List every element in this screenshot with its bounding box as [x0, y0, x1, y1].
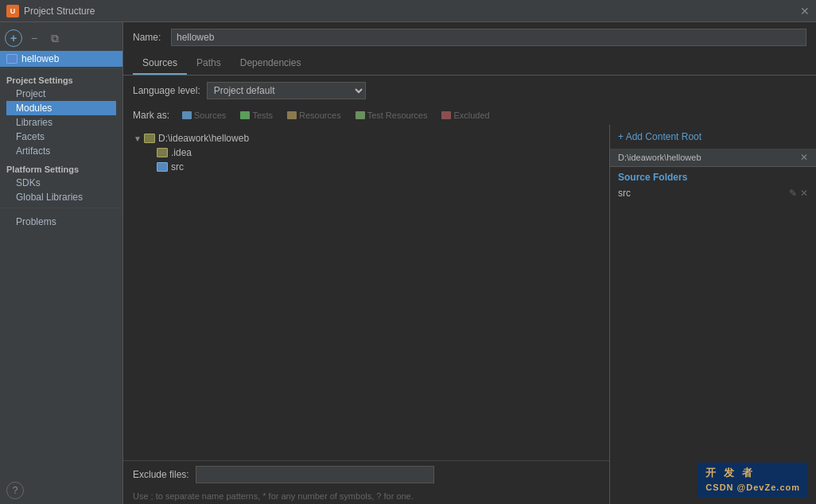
module-item-helloweb[interactable]: helloweb	[0, 51, 122, 67]
resources-folder-icon	[287, 111, 297, 119]
sidebar-item-facets[interactable]: Facets	[6, 130, 116, 144]
content-root-item: D:\ideawork\helloweb ✕	[610, 149, 816, 167]
name-input[interactable]	[171, 29, 806, 46]
title-bar-left: U Project Structure	[6, 5, 95, 17]
sidebar-item-modules[interactable]: Modules	[6, 101, 116, 115]
other-section: Problems	[0, 210, 122, 231]
folder-icon-idea	[157, 148, 168, 157]
folder-icon-root	[144, 134, 155, 143]
mark-test-resources-button[interactable]: Test Resources	[351, 109, 433, 122]
name-row: Name:	[123, 22, 816, 52]
module-icon	[6, 54, 17, 64]
sidebar-toolbar: + − ⧉	[0, 25, 122, 51]
folder-icon-src	[157, 162, 168, 172]
tree-label-src: src	[171, 161, 184, 173]
title-bar: U Project Structure ✕	[0, 0, 816, 22]
content-body: ▼ D:\ideawork\helloweb .idea src	[123, 125, 816, 504]
language-level-select[interactable]: Project default	[207, 82, 366, 99]
source-folder-item-src: src ✎ ✕	[618, 186, 808, 200]
tree-label-root: D:\ideawork\helloweb	[158, 133, 249, 144]
exclude-hint: Use ; to separate name patterns, * for a…	[123, 488, 609, 504]
platform-settings-header: Platform Settings	[6, 165, 116, 174]
tree-item-idea[interactable]: .idea	[123, 145, 609, 160]
chevron-down-icon: ▼	[133, 134, 142, 143]
sidebar-item-global-libraries[interactable]: Global Libraries	[6, 190, 116, 204]
tests-folder-icon	[240, 111, 250, 119]
tab-paths[interactable]: Paths	[187, 52, 231, 75]
name-label: Name:	[133, 32, 165, 43]
remove-source-folder-button[interactable]: ✕	[800, 188, 808, 199]
exclude-files-input[interactable]	[196, 466, 434, 483]
spacer-icon-src	[146, 162, 155, 172]
source-folders-section: Source Folders src ✎ ✕	[610, 167, 816, 205]
test-resources-folder-icon	[356, 111, 365, 119]
excluded-folder-icon	[441, 111, 451, 119]
project-settings-section: Project Settings Project Modules Librari…	[0, 71, 122, 160]
mark-resources-button[interactable]: Resources	[282, 109, 346, 122]
tree-item-src[interactable]: src	[123, 160, 609, 174]
sidebar-item-problems[interactable]: Problems	[6, 215, 116, 229]
mark-as-row: Mark as: Sources Tests Resources Test Re…	[123, 106, 816, 125]
mark-sources-button[interactable]: Sources	[177, 109, 231, 122]
remove-module-button[interactable]: −	[25, 29, 43, 47]
content-root-close-button[interactable]: ✕	[800, 152, 808, 163]
sidebar-item-libraries[interactable]: Libraries	[6, 115, 116, 130]
sidebar-item-artifacts[interactable]: Artifacts	[6, 144, 116, 158]
module-name: helloweb	[21, 53, 59, 64]
tree-panel: ▼ D:\ideawork\helloweb .idea src	[123, 125, 609, 504]
tab-sources[interactable]: Sources	[133, 52, 187, 75]
sidebar: + − ⧉ helloweb Project Settings Project …	[0, 22, 123, 504]
spacer-icon	[146, 148, 155, 157]
main-layout: + − ⧉ helloweb Project Settings Project …	[0, 22, 816, 504]
source-folders-title: Source Folders	[618, 172, 808, 183]
exclude-row: Exclude files:	[123, 460, 609, 488]
tabs-bar: Sources Paths Dependencies	[123, 52, 816, 76]
help-button[interactable]: ?	[6, 482, 24, 499]
tree-item-root[interactable]: ▼ D:\ideawork\helloweb	[123, 131, 609, 145]
source-folder-name: src	[618, 188, 631, 199]
app-icon: U	[6, 5, 19, 17]
language-level-row: Language level: Project default	[123, 76, 816, 106]
sources-folder-icon	[182, 111, 192, 119]
add-module-button[interactable]: +	[5, 29, 22, 47]
project-settings-header: Project Settings	[6, 76, 116, 85]
copy-module-button[interactable]: ⧉	[46, 29, 64, 47]
add-content-root-button[interactable]: + Add Content Root	[610, 125, 816, 149]
platform-settings-section: Platform Settings SDKs Global Libraries	[0, 160, 122, 206]
close-button[interactable]: ✕	[800, 5, 810, 17]
content-area: Name: Sources Paths Dependencies Languag…	[123, 22, 816, 504]
file-tree[interactable]: ▼ D:\ideawork\helloweb .idea src	[123, 125, 609, 460]
source-folder-actions: ✎ ✕	[789, 188, 808, 199]
mark-as-label: Mark as:	[133, 110, 169, 121]
tree-label-idea: .idea	[171, 147, 192, 158]
right-panel: + Add Content Root D:\ideawork\helloweb …	[609, 125, 816, 504]
language-level-label: Language level:	[133, 85, 200, 96]
edit-source-folder-button[interactable]: ✎	[789, 188, 797, 199]
sidebar-bottom: ?	[0, 477, 122, 504]
sidebar-item-project[interactable]: Project	[6, 87, 116, 101]
mark-tests-button[interactable]: Tests	[235, 109, 278, 122]
tab-dependencies[interactable]: Dependencies	[231, 52, 311, 75]
mark-excluded-button[interactable]: Excluded	[437, 109, 494, 122]
exclude-files-label: Exclude files:	[133, 469, 189, 480]
sidebar-item-sdks[interactable]: SDKs	[6, 176, 116, 190]
window-title: Project Structure	[24, 6, 95, 17]
content-root-path: D:\ideawork\helloweb	[618, 153, 701, 162]
